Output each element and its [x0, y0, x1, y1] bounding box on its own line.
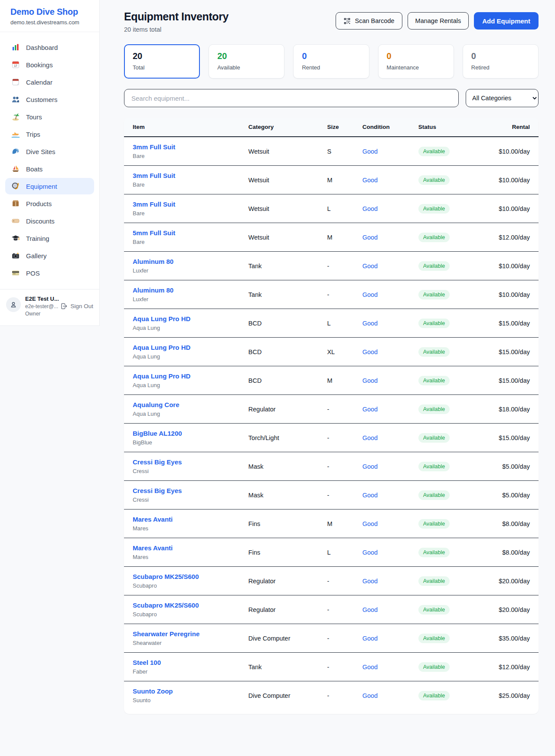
stat-label: Maintenance	[387, 64, 445, 71]
person-icon	[9, 300, 18, 309]
condition-link[interactable]: Good	[362, 177, 378, 184]
stat-card-retired[interactable]: 0 Retired	[463, 44, 539, 79]
status-badge: Available	[418, 462, 450, 471]
status-badge: Available	[418, 233, 450, 242]
condition-link[interactable]: Good	[362, 377, 378, 384]
item-category: Mask	[248, 481, 327, 509]
scan-barcode-button[interactable]: Scan Barcode	[336, 12, 402, 30]
sidebar-item-dive-sites[interactable]: Dive Sites	[5, 143, 94, 160]
item-name-link[interactable]: Aqua Lung Pro HD	[133, 372, 248, 380]
condition-link[interactable]: Good	[362, 606, 378, 613]
table-row: Shearwater Peregrine Shearwater Dive Com…	[124, 624, 539, 653]
sidebar-item-equipment[interactable]: Equipment	[5, 178, 94, 194]
item-name-link[interactable]: Aqua Lung Pro HD	[133, 315, 248, 322]
stat-card-rented[interactable]: 0 Rented	[293, 44, 369, 79]
table-row: 3mm Full Suit Bare Wetsuit L Good Availa…	[124, 194, 539, 223]
sidebar-item-dashboard[interactable]: Dashboard	[5, 39, 94, 56]
item-name-link[interactable]: Aqua Lung Pro HD	[133, 344, 248, 351]
item-category: Regulator	[248, 595, 327, 624]
condition-link[interactable]: Good	[362, 148, 378, 155]
condition-link[interactable]: Good	[362, 692, 378, 699]
item-name-link[interactable]: Shearwater Peregrine	[133, 630, 248, 638]
search-input[interactable]	[124, 89, 459, 107]
condition-link[interactable]: Good	[362, 348, 378, 355]
item-name-link[interactable]: Suunto Zoop	[133, 687, 248, 695]
item-name-link[interactable]: Aluminum 80	[133, 286, 248, 294]
sidebar-item-bookings[interactable]: 17 Bookings	[5, 56, 94, 73]
bookings-icon: 17	[11, 60, 20, 69]
dive-sites-icon	[11, 147, 20, 156]
manage-rentals-button[interactable]: Manage Rentals	[408, 12, 469, 30]
condition-link[interactable]: Good	[362, 320, 378, 327]
item-name-link[interactable]: Mares Avanti	[133, 544, 248, 552]
condition-link[interactable]: Good	[362, 205, 378, 212]
sidebar-item-gallery[interactable]: Gallery	[5, 247, 94, 264]
item-brand: Scubapro	[133, 582, 248, 589]
sidebar-item-discounts[interactable]: Discounts	[5, 213, 94, 229]
category-filter[interactable]: All Categories	[466, 89, 539, 107]
stat-card-total[interactable]: 20 Total	[124, 44, 200, 79]
sidebar-item-products[interactable]: Products	[5, 195, 94, 212]
sidebar-item-tours[interactable]: Tours	[5, 108, 94, 125]
item-size: -	[327, 452, 362, 481]
condition-link[interactable]: Good	[362, 263, 378, 270]
sidebar-item-boats[interactable]: Boats	[5, 161, 94, 177]
item-name-link[interactable]: 3mm Full Suit	[133, 201, 248, 208]
item-name-link[interactable]: 3mm Full Suit	[133, 172, 248, 179]
item-name-link[interactable]: Steel 100	[133, 659, 248, 666]
condition-link[interactable]: Good	[362, 406, 378, 413]
sidebar-item-label: Calendar	[26, 79, 52, 86]
sidebar-item-label: Discounts	[26, 217, 55, 225]
item-category: BCD	[248, 338, 327, 366]
item-name-link[interactable]: BigBlue AL1200	[133, 430, 248, 437]
item-category: Wetsuit	[248, 223, 327, 252]
user-meta: E2E Test U... e2e-tester@... Owner	[25, 296, 56, 317]
condition-link[interactable]: Good	[362, 664, 378, 671]
item-name-link[interactable]: Scubapro MK25/S600	[133, 602, 248, 609]
item-rental: $10.00/day	[483, 252, 539, 280]
stat-label: Available	[217, 64, 276, 71]
condition-link[interactable]: Good	[362, 549, 378, 556]
scan-barcode-label: Scan Barcode	[355, 17, 394, 24]
item-name-link[interactable]: Aluminum 80	[133, 258, 248, 265]
item-name-link[interactable]: 5mm Full Suit	[133, 229, 248, 237]
status-badge: Available	[418, 175, 450, 185]
stat-card-available[interactable]: 20 Available	[209, 44, 284, 79]
condition-link[interactable]: Good	[362, 463, 378, 470]
stat-value: 20	[217, 51, 276, 61]
item-size: M	[327, 509, 362, 538]
item-name-link[interactable]: Mares Avanti	[133, 516, 248, 523]
item-name-link[interactable]: 3mm Full Suit	[133, 143, 248, 151]
item-category: Wetsuit	[248, 166, 327, 194]
condition-link[interactable]: Good	[362, 291, 378, 298]
sidebar-item-customers[interactable]: Customers	[5, 91, 94, 108]
item-name-link[interactable]: Scubapro MK25/S600	[133, 573, 248, 580]
add-equipment-button[interactable]: Add Equipment	[474, 12, 539, 30]
item-brand: Bare	[133, 153, 248, 159]
status-badge: Available	[418, 290, 450, 299]
condition-link[interactable]: Good	[362, 520, 378, 527]
item-rental: $15.00/day	[483, 309, 539, 338]
sidebar-item-trips[interactable]: Trips	[5, 126, 94, 142]
condition-link[interactable]: Good	[362, 234, 378, 241]
condition-link[interactable]: Good	[362, 578, 378, 585]
item-name-link[interactable]: Cressi Big Eyes	[133, 458, 248, 466]
column-status: Status	[418, 118, 483, 137]
sidebar-item-pos[interactable]: POS	[5, 265, 94, 281]
item-brand: Aqua Lung	[133, 325, 248, 331]
item-name-link[interactable]: Aqualung Core	[133, 401, 248, 408]
status-badge: Available	[418, 147, 450, 156]
sign-out-button[interactable]: Sign Out	[60, 302, 93, 310]
sidebar-item-label: POS	[26, 270, 40, 277]
condition-link[interactable]: Good	[362, 492, 378, 499]
item-brand: Suunto	[133, 697, 248, 703]
condition-link[interactable]: Good	[362, 434, 378, 441]
sidebar-item-calendar[interactable]: Calendar	[5, 74, 94, 90]
item-category: Dive Computer	[248, 681, 327, 710]
item-rental: $10.00/day	[483, 280, 539, 309]
condition-link[interactable]: Good	[362, 635, 378, 642]
item-size: -	[327, 252, 362, 280]
stat-card-maintenance[interactable]: 0 Maintenance	[378, 44, 454, 79]
item-name-link[interactable]: Cressi Big Eyes	[133, 487, 248, 494]
sidebar-item-training[interactable]: Training	[5, 230, 94, 247]
